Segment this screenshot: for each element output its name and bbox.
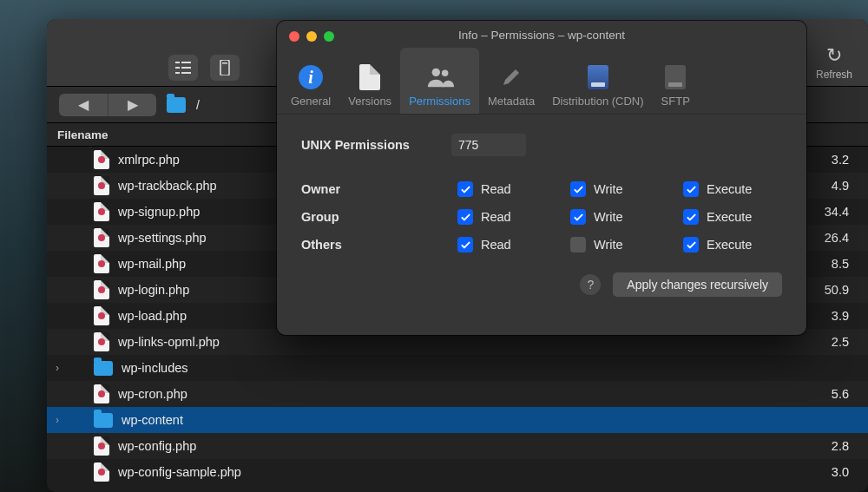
tab-metadata[interactable]: Metadata <box>479 48 543 114</box>
document-icon <box>359 64 380 90</box>
tab-general[interactable]: i General <box>282 48 339 114</box>
checkbox-owner-write[interactable]: Write <box>570 181 683 197</box>
perm-label: Read <box>481 238 511 252</box>
refresh-button[interactable]: ↻ Refresh <box>816 44 852 81</box>
file-size: 8.5 <box>832 257 868 271</box>
perm-label: Execute <box>707 210 752 224</box>
file-row[interactable]: wp-config-sample.php3.0 <box>47 459 868 485</box>
close-button[interactable] <box>289 31 299 42</box>
checkbox-owner-read[interactable]: Read <box>457 181 570 197</box>
perm-label: Write <box>594 182 623 196</box>
checkbox-others-execute[interactable]: Execute <box>683 237 805 253</box>
svg-rect-2 <box>175 67 180 69</box>
checkbox-group-execute[interactable]: Execute <box>683 209 805 225</box>
help-button[interactable]: ? <box>580 274 601 295</box>
perm-label: Execute <box>707 182 752 196</box>
file-name: wp-config.php <box>118 439 196 453</box>
file-size: 34.4 <box>825 205 868 219</box>
file-name: wp-load.php <box>118 309 187 323</box>
svg-rect-4 <box>175 72 180 74</box>
info-panel: Info – Permissions – wp-content i Genera… <box>277 21 806 335</box>
minimize-button[interactable] <box>306 31 317 42</box>
apply-recursively-button[interactable]: Apply changes recursively <box>613 272 782 297</box>
users-icon <box>426 63 454 91</box>
perm-label: Write <box>594 210 623 224</box>
file-icon <box>94 150 109 169</box>
window-controls <box>289 31 334 42</box>
toolbar-button-2[interactable] <box>210 55 240 81</box>
permissions-grid: OwnerReadWriteExecuteGroupReadWriteExecu… <box>301 175 782 259</box>
file-size: 2.8 <box>832 439 868 453</box>
file-name: wp-trackback.php <box>118 179 217 193</box>
file-size: 5.6 <box>832 387 868 401</box>
folder-icon <box>94 413 113 428</box>
file-icon <box>94 384 109 403</box>
nav-back-button[interactable]: ◀ <box>59 94 108 116</box>
file-size: 4.9 <box>832 179 868 193</box>
file-icon <box>94 254 109 273</box>
toolbar-button-1[interactable] <box>168 55 198 81</box>
folder-icon <box>94 361 113 376</box>
file-size: 3.9 <box>832 309 868 323</box>
file-name: wp-signup.php <box>118 205 200 219</box>
role-label-owner: Owner <box>301 182 457 196</box>
file-name: xmlrpc.php <box>118 153 180 167</box>
checkbox-others-write[interactable]: Write <box>570 237 683 253</box>
refresh-label: Refresh <box>816 69 852 81</box>
nav-back-forward: ◀ ▶ <box>59 94 156 116</box>
expand-chevron-icon[interactable]: › <box>47 362 68 374</box>
perm-label: Execute <box>707 238 752 252</box>
zoom-button[interactable] <box>324 31 334 42</box>
tab-versions[interactable]: Versions <box>339 48 400 114</box>
file-name: wp-mail.php <box>118 257 186 271</box>
svg-rect-1 <box>181 62 191 63</box>
file-icon <box>94 280 109 299</box>
unix-permissions-input[interactable] <box>451 134 526 156</box>
file-name: wp-includes <box>122 361 188 375</box>
file-name: wp-config-sample.php <box>118 465 241 479</box>
nav-forward-button[interactable]: ▶ <box>108 94 156 116</box>
pencil-icon <box>497 63 525 91</box>
file-size: 26.4 <box>825 231 868 245</box>
file-icon <box>94 332 109 351</box>
unix-permissions-label: UNIX Permissions <box>301 138 410 152</box>
svg-point-9 <box>441 70 448 77</box>
file-row[interactable]: wp-cron.php5.6 <box>47 381 868 407</box>
info-tabs: i General Versions Permissions Metadata <box>277 49 806 115</box>
file-size: 3.2 <box>832 153 868 167</box>
file-row[interactable]: ›wp-content <box>47 407 868 433</box>
role-label-others: Others <box>301 238 457 252</box>
sftp-icon <box>665 65 686 89</box>
expand-chevron-icon[interactable]: › <box>47 414 68 426</box>
file-name: wp-content <box>122 413 183 427</box>
folder-icon <box>167 97 186 113</box>
file-row[interactable]: wp-config.php2.8 <box>47 433 868 459</box>
checkbox-group-write[interactable]: Write <box>570 209 683 225</box>
checkbox-owner-execute[interactable]: Execute <box>683 181 805 197</box>
role-label-group: Group <box>301 210 457 224</box>
file-icon <box>94 202 109 221</box>
file-name: wp-cron.php <box>118 387 187 401</box>
tab-distribution-cdn[interactable]: Distribution (CDN) <box>543 48 652 114</box>
tab-sftp[interactable]: SFTP <box>653 48 699 114</box>
svg-rect-5 <box>181 72 191 74</box>
distribution-icon <box>588 65 608 89</box>
checkbox-others-read[interactable]: Read <box>457 237 570 253</box>
path-label[interactable]: / <box>196 98 200 112</box>
perm-label: Read <box>481 210 511 224</box>
svg-rect-6 <box>220 60 229 75</box>
file-name: wp-settings.php <box>118 231 207 245</box>
tab-permissions[interactable]: Permissions <box>400 48 479 114</box>
info-icon: i <box>299 65 323 89</box>
svg-rect-0 <box>175 62 180 63</box>
file-icon <box>94 306 109 325</box>
file-size: 50.9 <box>825 283 868 297</box>
file-icon <box>94 228 109 247</box>
file-row[interactable]: ›wp-includes <box>47 355 868 381</box>
file-name: wp-login.php <box>118 283 189 297</box>
checkbox-group-read[interactable]: Read <box>457 209 570 225</box>
perm-label: Read <box>481 182 511 196</box>
file-size: 3.0 <box>832 465 868 479</box>
file-name: wp-links-opml.php <box>118 335 220 349</box>
info-panel-title: Info – Permissions – wp-content <box>277 21 806 42</box>
